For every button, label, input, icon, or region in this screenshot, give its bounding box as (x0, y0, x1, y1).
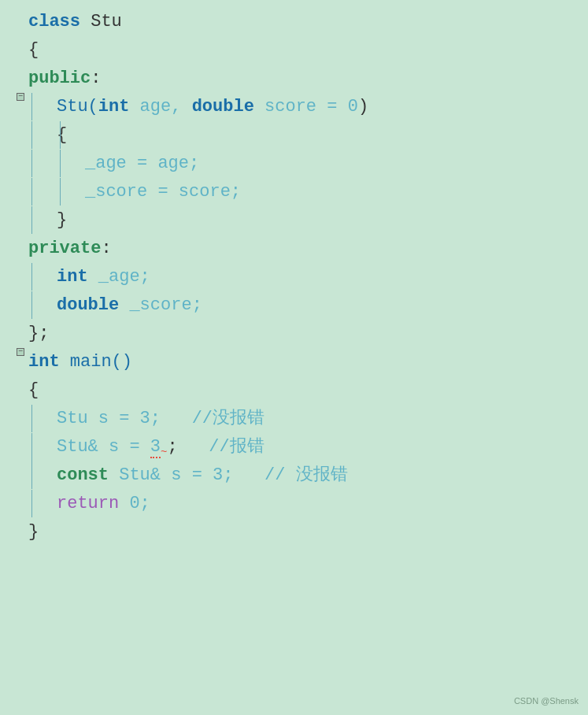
gutter: − (16, 93, 25, 101)
token: : (91, 69, 101, 88)
token: score = (254, 97, 348, 117)
fold-icon[interactable]: − (17, 93, 24, 101)
code-line: Stu s = 3; //没报错 (16, 405, 580, 433)
token: { (57, 125, 67, 145)
vertical-bar (60, 121, 61, 149)
code-line: { (16, 36, 580, 65)
token-container: { (28, 376, 39, 404)
token: ; (167, 437, 209, 457)
token: Stu& s = 3; (109, 465, 264, 485)
vertical-bar (31, 93, 32, 120)
code-line: private: (16, 235, 580, 263)
token-container: Stu& s = 3~; //报错 (57, 433, 264, 461)
vertical-bar (31, 433, 32, 461)
vertical-bar (31, 178, 32, 206)
token-container: _age = age; (85, 150, 199, 177)
code-line: _age = age; (16, 150, 580, 178)
code-container: class Stu{public:−Stu(int age, double sc… (0, 0, 588, 715)
line-content-area: int main() (28, 348, 580, 376)
token: return (57, 494, 119, 513)
vertical-bar (31, 490, 32, 517)
token: int (57, 267, 88, 287)
code-line: } (16, 206, 580, 235)
code-line: const Stu& s = 3; // 没报错 (16, 461, 580, 490)
line-content-area: double _score; (28, 291, 580, 319)
token: Stu( (57, 97, 98, 117)
line-content-area: { (28, 36, 580, 64)
vertical-bar (60, 178, 61, 206)
token: }; (28, 324, 49, 343)
line-content-area: private: (28, 235, 580, 262)
token-container: class Stu (28, 8, 122, 35)
token: //报错 (209, 437, 264, 457)
token: main() (60, 352, 132, 372)
line-content-area: { (28, 121, 580, 149)
token-container: }; (28, 320, 49, 347)
token: _score; (119, 295, 202, 315)
line-content-area: Stu(int age, double score = 0) (28, 93, 580, 120)
code-line: { (16, 121, 580, 150)
line-content-area: Stu& s = 3~; //报错 (28, 433, 580, 461)
token-container: public: (28, 65, 101, 92)
token: _age; (88, 267, 150, 287)
vertical-bar (31, 291, 32, 319)
token: } (28, 522, 39, 542)
code-line: return 0; (16, 490, 580, 518)
token: // 没报错 (264, 465, 348, 485)
line-content-area: } (28, 518, 580, 546)
token: const (57, 465, 109, 485)
token-container: return 0; (57, 490, 150, 517)
token: //没报错 (192, 409, 264, 428)
code-line: int _age; (16, 263, 580, 291)
token: class (28, 12, 80, 31)
line-content-area: Stu s = 3; //没报错 (28, 405, 580, 432)
fold-icon[interactable]: − (17, 348, 24, 356)
token: 3 (150, 437, 161, 458)
token: { (28, 380, 39, 400)
token: { (28, 40, 39, 60)
token: double (192, 97, 254, 117)
code-line: −Stu(int age, double score = 0) (16, 93, 580, 121)
line-content-area: class Stu (28, 8, 580, 35)
line-content-area: _score = score; (28, 178, 580, 206)
code-line: { (16, 376, 580, 405)
gutter: − (16, 348, 25, 356)
vertical-bar (60, 150, 61, 177)
vertical-bar (31, 405, 32, 432)
token: 0 (348, 97, 358, 117)
vertical-bar (31, 150, 32, 177)
vertical-bar (31, 121, 32, 149)
code-line: public: (16, 65, 580, 93)
token: Stu s = 3; (57, 409, 192, 428)
token-container: Stu s = 3; //没报错 (57, 405, 264, 432)
watermark: CSDN @Shensk (514, 695, 579, 709)
token-container: } (57, 206, 67, 234)
vertical-bar (31, 206, 32, 234)
token-container: const Stu& s = 3; // 没报错 (57, 461, 348, 489)
line-content-area: int _age; (28, 263, 580, 291)
token: Stu (80, 12, 122, 31)
line-content-area: { (28, 376, 580, 404)
token: Stu& s = (57, 437, 150, 457)
token-container: private: (28, 235, 112, 262)
token: int (28, 352, 60, 372)
token-container: double _score; (57, 291, 202, 319)
vertical-bar (31, 461, 32, 489)
code-line: _score = score; (16, 178, 580, 206)
token: age, (129, 97, 191, 117)
line-content-area: const Stu& s = 3; // 没报错 (28, 461, 580, 489)
token: public (28, 69, 91, 88)
token: private (28, 239, 101, 258)
token-container: Stu(int age, double score = 0) (57, 93, 368, 120)
line-content-area: }; (28, 320, 580, 347)
code-line: Stu& s = 3~; //报错 (16, 433, 580, 461)
token: int (98, 97, 130, 117)
token: _score = score; (85, 182, 241, 202)
token: ) (358, 97, 368, 117)
token-container: } (28, 518, 39, 546)
token-container: int _age; (57, 263, 150, 291)
line-content-area: return 0; (28, 490, 580, 517)
vertical-bar (31, 263, 32, 291)
token-container: { (57, 121, 67, 149)
code-line: }; (16, 320, 580, 348)
